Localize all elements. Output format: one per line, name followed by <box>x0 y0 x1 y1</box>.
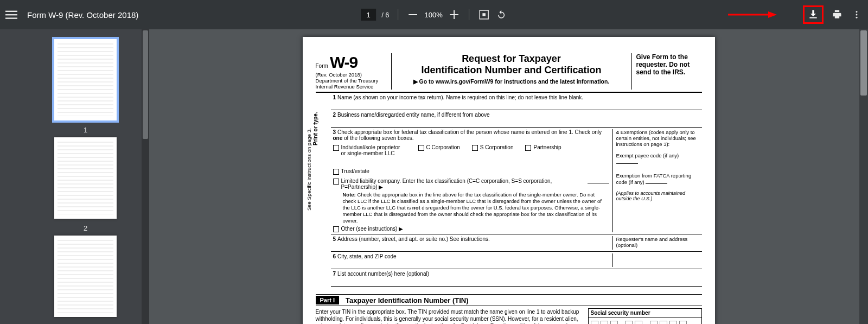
form-dept: Department of the Treasury <box>316 78 388 84</box>
form-code: W-9 <box>330 53 358 71</box>
part-1-header: Part I Taxpayer Identification Number (T… <box>316 294 702 306</box>
print-icon[interactable] <box>831 9 843 21</box>
menu-icon[interactable] <box>5 9 17 21</box>
svg-rect-8 <box>809 17 816 18</box>
more-icon[interactable] <box>851 9 863 21</box>
thumbnail-sidebar: 1 2 <box>0 29 149 324</box>
thumbnail-page-3[interactable] <box>54 236 117 317</box>
line-5: 5Address (number, street, and apt. or su… <box>331 234 702 252</box>
tin-box: Social security number – – or Employer i… <box>588 308 702 324</box>
svg-rect-7 <box>483 14 485 16</box>
chk-llc[interactable]: Limited liability company. Enter the tax… <box>333 178 609 190</box>
svg-rect-1 <box>5 14 17 15</box>
form-title-1: Request for Taxpayer <box>396 53 627 65</box>
chk-c-corp[interactable]: C Corporation <box>418 144 460 156</box>
line-3-4: 3Check appropriate box for federal tax c… <box>331 128 702 234</box>
document-title: Form W-9 (Rev. October 2018) <box>27 10 138 20</box>
form-word: Form <box>316 63 328 69</box>
zoom-in-button[interactable] <box>448 9 460 21</box>
download-button[interactable] <box>803 5 824 24</box>
line-2: 2Business name/disregarded entity name, … <box>331 110 702 128</box>
pdf-toolbar: Form W-9 (Rev. October 2018) / 6 100% <box>0 0 868 29</box>
chk-individual[interactable]: Individual/sole proprietor or single-mem… <box>333 144 406 156</box>
form-rev: (Rev. October 2018) <box>316 72 388 78</box>
side-label-instructions: See Specific Instructions on page 3. <box>306 128 312 211</box>
sidebar-scrollbar[interactable] <box>142 29 149 324</box>
form-irs: Internal Revenue Service <box>316 84 388 90</box>
chk-other[interactable]: Other (see instructions) ▶ <box>333 226 609 232</box>
chk-s-corp[interactable]: S Corporation <box>472 144 514 156</box>
thumb-num-1: 1 <box>54 126 117 134</box>
form-title-2: Identification Number and Certification <box>396 65 627 76</box>
page-number-input[interactable] <box>361 9 376 21</box>
side-label-print: Print or type. <box>312 112 318 145</box>
svg-rect-2 <box>5 18 17 19</box>
svg-rect-5 <box>454 10 455 19</box>
svg-point-9 <box>856 11 858 12</box>
svg-point-10 <box>856 14 858 16</box>
thumbnail-page-2[interactable]: 2 <box>54 137 117 232</box>
ssn-input[interactable]: – – <box>589 317 701 324</box>
form-give: Give Form to the requester. Do not send … <box>631 53 702 90</box>
chk-partnership[interactable]: Partnership <box>525 144 561 156</box>
chk-trust[interactable]: Trust/estate <box>333 168 369 175</box>
form-goto: ▶ Go to www.irs.gov/FormW9 for instructi… <box>396 78 627 85</box>
thumbnail-page-1[interactable]: 1 <box>54 39 117 134</box>
rotate-icon[interactable] <box>495 9 507 21</box>
line-1: 1Name (as shown on your income tax retur… <box>331 93 702 110</box>
pdf-viewer[interactable]: Form W-9 (Rev. October 2018) Department … <box>149 29 868 324</box>
zoom-percent: 100% <box>425 11 443 19</box>
fit-page-icon[interactable] <box>478 9 490 21</box>
svg-rect-3 <box>409 14 418 15</box>
svg-rect-0 <box>5 11 17 12</box>
page-total: / 6 <box>381 11 389 19</box>
line-7: 7List account number(s) here (optional) <box>331 269 702 287</box>
viewer-scrollbar[interactable] <box>859 29 868 324</box>
line-6: 6City, state, and ZIP code <box>331 252 702 269</box>
zoom-out-button[interactable] <box>407 9 419 21</box>
tin-instructions: Enter your TIN in the appropriate box. T… <box>316 308 583 324</box>
thumb-num-2: 2 <box>54 224 117 232</box>
svg-point-11 <box>856 17 858 18</box>
pdf-page-1: Form W-9 (Rev. October 2018) Department … <box>303 37 715 324</box>
